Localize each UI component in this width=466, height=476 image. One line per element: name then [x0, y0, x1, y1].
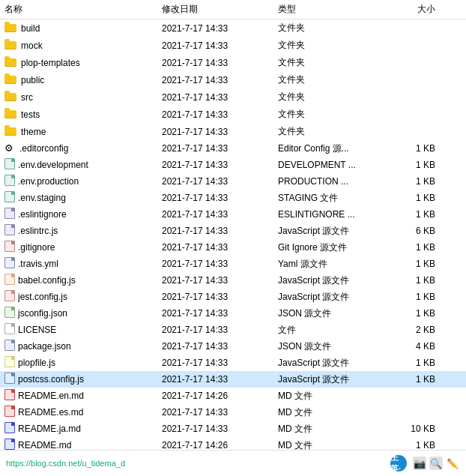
table-row[interactable]: theme 2021-7-17 14:33 文件夹 [0, 123, 466, 140]
table-row[interactable]: .eslintignore 2021-7-17 14:33 ESLINTIGNO… [0, 206, 466, 223]
header-date[interactable]: 修改日期 [162, 3, 278, 16]
header-type[interactable]: 类型 [278, 3, 390, 16]
table-row[interactable]: ⚙ .editorconfig 2021-7-17 14:33 Editor C… [0, 140, 466, 157]
file-name: README.ja.md [18, 424, 81, 434]
file-name-cell: ⚙ .editorconfig [4, 142, 162, 154]
file-date: 2021-7-17 14:33 [162, 75, 278, 85]
camera-button[interactable]: 📷 [413, 457, 426, 470]
file-name-cell: package.json [4, 340, 162, 353]
file-explorer: 名称 修改日期 类型 大小 build 2021-7-17 14:33 文件夹 … [0, 0, 466, 476]
file-name-cell: README.en.md [4, 389, 162, 403]
file-type: JavaScript 源文件 [278, 357, 390, 370]
file-type: 文件夹 [278, 73, 390, 86]
file-rows: build 2021-7-17 14:33 文件夹 mock 2021-7-17… [0, 19, 466, 450]
file-date: 2021-7-17 14:33 [162, 259, 278, 269]
file-name: .eslintignore [18, 209, 67, 220]
file-date: 2021-7-17 14:33 [162, 92, 278, 103]
file-name: mock [21, 40, 43, 51]
table-row[interactable]: src 2021-7-17 14:33 文件夹 [0, 88, 466, 106]
file-type: DEVELOPMENT ... [278, 160, 390, 170]
table-row[interactable]: postcss.config.js 2021-7-17 14:33 JavaSc… [0, 371, 466, 388]
folder-icon [4, 124, 21, 139]
file-type: 文件夹 [278, 22, 390, 34]
md-blue-icon [4, 422, 18, 436]
folder-icon [4, 55, 21, 70]
table-row[interactable]: .travis.yml 2021-7-17 14:33 Yaml 源文件 1 K… [0, 256, 466, 272]
file-type: STAGING 文件 [278, 192, 390, 205]
table-row[interactable]: LICENSE 2021-7-17 14:33 文件 2 KB [0, 322, 466, 338]
table-row[interactable]: .env.production 2021-7-17 14:33 PRODUCTI… [0, 173, 466, 190]
table-row[interactable]: README.es.md 2021-7-17 14:33 MD 文件 [0, 404, 466, 421]
table-row[interactable]: package.json 2021-7-17 14:33 JSON 源文件 4 … [0, 338, 466, 355]
file-date: 2021-7-17 14:33 [162, 424, 278, 434]
file-date: 2021-7-17 14:26 [162, 391, 278, 401]
table-row[interactable]: plop-templates 2021-7-17 14:33 文件夹 [0, 54, 466, 71]
edit-button[interactable]: ✏️ [445, 456, 460, 471]
file-name: .editorconfig [19, 143, 68, 154]
file-date: 2021-7-17 14:33 [162, 275, 278, 286]
table-row[interactable]: README.ja.md 2021-7-17 14:33 MD 文件 10 KB [0, 421, 466, 437]
file-name-cell: plopfile.js [4, 356, 162, 370]
file-date: 2021-7-17 14:33 [162, 209, 278, 220]
file-type: MD 文件 [278, 423, 390, 436]
file-date: 2021-7-17 14:33 [162, 160, 278, 170]
file-type: MD 文件 [278, 439, 390, 451]
table-row[interactable]: .env.development 2021-7-17 14:33 DEVELOP… [0, 157, 466, 173]
table-row[interactable]: babel.config.js 2021-7-17 14:33 JavaScri… [0, 272, 466, 289]
file-type: 文件夹 [278, 56, 390, 69]
header-size[interactable]: 大小 [390, 3, 435, 16]
folder-icon [4, 21, 21, 35]
jest-icon [4, 290, 18, 304]
file-size: 2 KB [390, 325, 435, 335]
header-name[interactable]: 名称 [4, 3, 162, 16]
babel-icon [4, 274, 18, 287]
table-row[interactable]: .env.staging 2021-7-17 14:33 STAGING 文件 … [0, 190, 466, 206]
file-type: Git Ignore 源文件 [278, 241, 390, 254]
env-icon [4, 158, 18, 172]
eslint-icon [4, 208, 18, 221]
table-row[interactable]: tests 2021-7-17 14:33 文件夹 [0, 106, 466, 123]
table-row[interactable]: jest.config.js 2021-7-17 14:33 JavaScrip… [0, 289, 466, 305]
search-button[interactable]: 🔍 [429, 457, 443, 470]
file-name-cell: src [4, 90, 162, 104]
table-row[interactable]: README.md 2021-7-17 14:26 MD 文件 1 KB [0, 437, 466, 450]
json-icon [4, 307, 18, 320]
file-type: 文件夹 [278, 108, 390, 121]
user-badge[interactable]: 王 英· [390, 455, 407, 472]
file-type: 文件 [278, 324, 390, 337]
file-type: Editor Config 源... [278, 142, 390, 155]
file-type: MD 文件 [278, 406, 390, 419]
file-name-cell: jest.config.js [4, 290, 162, 304]
table-row[interactable]: build 2021-7-17 14:33 文件夹 [0, 19, 466, 37]
file-name-cell: jsconfig.json [4, 307, 162, 320]
file-size: 6 KB [390, 226, 435, 236]
file-type: ESLINTIGNORE ... [278, 209, 390, 220]
table-row[interactable]: mock 2021-7-17 14:33 文件夹 [0, 37, 466, 54]
file-date: 2021-7-17 14:33 [162, 143, 278, 154]
table-row[interactable]: .eslintrc.js 2021-7-17 14:33 JavaScript … [0, 223, 466, 239]
table-row[interactable]: plopfile.js 2021-7-17 14:33 JavaScript 源… [0, 355, 466, 371]
md-blue-icon [4, 439, 18, 450]
file-name-cell: .env.development [4, 158, 162, 172]
file-name-cell: .gitignore [4, 241, 162, 254]
file-name: plop-templates [21, 58, 80, 68]
file-name: README.en.md [18, 391, 84, 401]
table-row[interactable]: .gitignore 2021-7-17 14:33 Git Ignore 源文… [0, 239, 466, 256]
file-size: 1 KB [390, 358, 435, 368]
file-date: 2021-7-17 14:33 [162, 109, 278, 120]
file-size: 4 KB [390, 341, 435, 352]
git-icon [4, 241, 18, 254]
table-row[interactable]: public 2021-7-17 14:33 文件夹 [0, 71, 466, 88]
file-name: README.md [18, 440, 71, 450]
postcss-icon [4, 373, 18, 386]
table-row[interactable]: jsconfig.json 2021-7-17 14:33 JSON 源文件 1… [0, 305, 466, 322]
file-size: 1 KB [390, 374, 435, 385]
file-name-cell: .env.staging [4, 191, 162, 205]
file-name-cell: babel.config.js [4, 274, 162, 287]
file-name: .gitignore [18, 242, 55, 253]
file-name: jsconfig.json [18, 308, 67, 319]
file-date: 2021-7-17 14:33 [162, 176, 278, 187]
file-name: jest.config.js [18, 292, 67, 302]
table-row[interactable]: README.en.md 2021-7-17 14:26 MD 文件 [0, 388, 466, 404]
file-date: 2021-7-17 14:33 [162, 358, 278, 368]
